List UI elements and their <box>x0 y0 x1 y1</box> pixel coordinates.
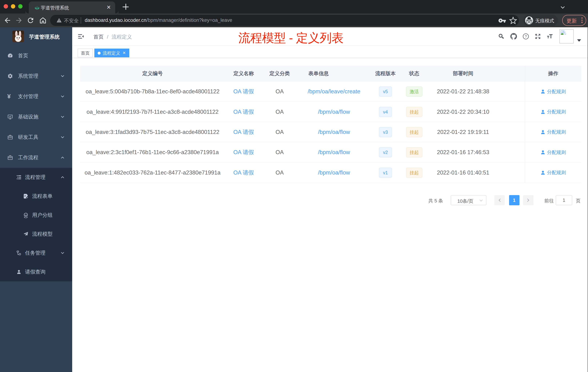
svg-text:?: ? <box>525 34 527 38</box>
